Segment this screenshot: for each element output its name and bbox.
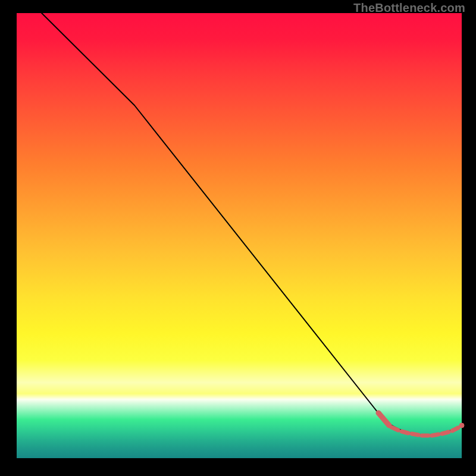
- svg-line-1: [402, 431, 408, 433]
- svg-line-6: [452, 428, 458, 431]
- svg-line-0: [392, 427, 398, 430]
- svg-line-4: [432, 434, 439, 436]
- chart-stage: TheBottleneck.com: [0, 0, 476, 476]
- bottleneck-curve: [42, 13, 462, 435]
- highlight-end-dot: [459, 423, 464, 428]
- svg-line-2: [412, 434, 418, 435]
- svg-line-5: [442, 432, 449, 434]
- highlight-lead: [378, 413, 389, 425]
- chart-svg: [17, 13, 462, 458]
- highlight-segment: [378, 413, 464, 436]
- plot-area: [17, 13, 462, 458]
- highlight-dashes: [392, 427, 458, 436]
